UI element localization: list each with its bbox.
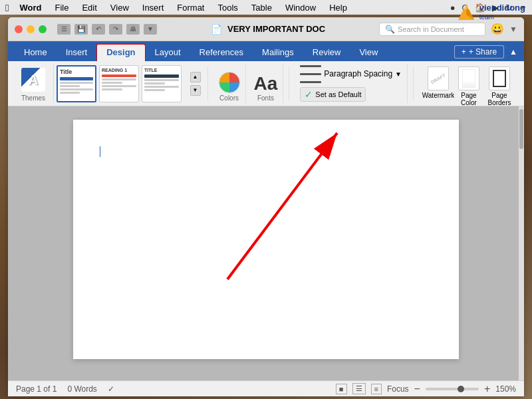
theme-thumb-2[interactable]: READING 1 xyxy=(99,65,139,102)
watermark-icon: DRAFT xyxy=(428,66,449,90)
page-borders-button[interactable]: Page Borders xyxy=(485,66,513,106)
word-count: 0 Words xyxy=(67,384,96,394)
menu-file[interactable]: File xyxy=(52,3,71,13)
themes-icon: A xyxy=(21,68,45,92)
check-icon: ✓ xyxy=(305,89,313,100)
logo-subtext: team xyxy=(479,13,525,21)
proofread-icon: ✓ xyxy=(108,384,114,394)
set-as-default-label: Set as Default xyxy=(315,90,361,98)
minimize-button[interactable] xyxy=(27,25,35,33)
theme-thumb-3[interactable]: TITLE xyxy=(142,65,182,102)
tab-design[interactable]: Design xyxy=(96,44,145,61)
page-color-icon xyxy=(458,66,479,90)
view-normal-icon[interactable]: ■ xyxy=(336,384,347,394)
fonts-button[interactable]: Aa xyxy=(254,74,278,93)
save-icon[interactable]: 💾 xyxy=(74,24,88,35)
fonts-group: Aa Fonts xyxy=(249,64,284,103)
user-icon: 😀 xyxy=(491,23,504,35)
search-placeholder: Search in Document xyxy=(398,25,464,33)
colors-icon xyxy=(219,72,240,93)
logo-text: viendidong xyxy=(479,3,525,13)
tab-layout[interactable]: Layout xyxy=(146,45,190,61)
para-spacing-group: Paragraph Spacing ▼ ✓ Set as Default xyxy=(295,64,408,103)
page-borders-label: Page Borders xyxy=(485,92,513,106)
traffic-lights xyxy=(15,25,47,33)
doc-title: VERY IMPORTANT DOC xyxy=(227,24,325,34)
tab-insert[interactable]: Insert xyxy=(57,45,97,61)
search-bar[interactable]: 🔍 Search in Document xyxy=(379,23,485,36)
page-color-button[interactable]: Page Color xyxy=(455,66,483,106)
view-list-icon[interactable]: ≡ xyxy=(371,384,382,394)
maximize-button[interactable] xyxy=(39,25,47,33)
customize-icon[interactable]: ▼ xyxy=(144,24,157,35)
themes-label: Themes xyxy=(21,94,45,102)
zoom-percent: 150% xyxy=(495,384,516,394)
fonts-label: Fonts xyxy=(257,94,274,102)
document-area[interactable] xyxy=(8,106,524,380)
watermark-button[interactable]: DRAFT Watermark xyxy=(424,66,452,99)
themes-button[interactable]: A xyxy=(19,66,48,93)
zoom-slider[interactable] xyxy=(426,388,479,390)
scrollbar[interactable] xyxy=(519,106,524,380)
sidebar-toggle-icon[interactable]: ☰ xyxy=(57,24,70,35)
redo-icon[interactable]: ↷ xyxy=(109,24,122,35)
colors-group: Colors xyxy=(213,64,246,103)
statusbar: Page 1 of 1 0 Words ✓ ■ ☰ ≡ Focus − + 15… xyxy=(8,380,524,396)
app-name[interactable]: Word xyxy=(17,3,44,13)
menu-window[interactable]: Window xyxy=(283,3,319,13)
menu-edit[interactable]: Edit xyxy=(79,3,99,13)
close-button[interactable] xyxy=(15,25,23,33)
theme-nav-up[interactable]: ▲ xyxy=(190,72,201,82)
print-icon[interactable]: 🖶 xyxy=(126,24,140,35)
titlebar-center: 📄 VERY IMPORTANT DOC xyxy=(162,24,374,35)
page-formatting-group: DRAFT Watermark Page Color Page Borders xyxy=(419,64,519,103)
tab-references[interactable]: References xyxy=(190,45,253,61)
theme-thumb-1[interactable]: Title xyxy=(57,65,96,102)
theme-nav-down[interactable]: ▼ xyxy=(190,85,201,96)
menu-help[interactable]: Help xyxy=(327,3,350,13)
focus-label[interactable]: Focus xyxy=(387,384,409,394)
text-cursor xyxy=(100,146,100,157)
document-page xyxy=(73,120,459,359)
menu-tools[interactable]: Tools xyxy=(215,3,240,13)
theme-thumbnails-group: Title READING 1 TITLE xyxy=(57,64,186,103)
set-as-default-button[interactable]: ✓ Set as Default xyxy=(300,87,366,102)
logo-badge-icon xyxy=(457,3,475,21)
share-icon: + xyxy=(462,47,466,57)
zoom-thumb xyxy=(458,386,464,392)
menu-format[interactable]: Format xyxy=(174,3,207,13)
viendidong-logo: viendidong team xyxy=(450,0,532,24)
page-info: Page 1 of 1 xyxy=(16,384,57,394)
watermark-label: Watermark xyxy=(422,92,455,99)
svg-marker-2 xyxy=(462,4,470,9)
share-button[interactable]: + + Share xyxy=(454,45,504,59)
tab-mailings[interactable]: Mailings xyxy=(253,45,303,61)
tab-home[interactable]: Home xyxy=(15,45,57,61)
undo-icon[interactable]: ↶ xyxy=(92,24,105,35)
share-label: + Share xyxy=(469,47,497,57)
colors-button[interactable] xyxy=(219,72,240,93)
tab-review[interactable]: Review xyxy=(303,45,350,61)
paragraph-spacing-icon xyxy=(300,63,321,84)
menu-view[interactable]: View xyxy=(108,3,132,13)
ribbon-content: A Themes Title READING 1 xyxy=(8,61,524,106)
paragraph-spacing-label: Paragraph Spacing xyxy=(324,69,392,78)
titlebar-right: 😀 ▼ xyxy=(491,23,517,35)
scrollbar-thumb[interactable] xyxy=(519,109,523,149)
view-outline-icon[interactable]: ☰ xyxy=(352,383,366,394)
tab-view[interactable]: View xyxy=(350,45,387,61)
menu-table[interactable]: Table xyxy=(249,3,275,13)
titlebar: ☰ 💾 ↶ ↷ 🖶 ▼ 📄 VERY IMPORTANT DOC 🔍 Searc… xyxy=(8,17,524,41)
titlebar-icons: ☰ 💾 ↶ ↷ 🖶 ▼ xyxy=(57,24,157,35)
colors-label: Colors xyxy=(219,94,239,102)
titlebar-chevron[interactable]: ▼ xyxy=(509,25,517,34)
zoom-minus[interactable]: − xyxy=(414,383,420,395)
ribbon-collapse-icon[interactable]: ▲ xyxy=(509,47,517,57)
menu-insert[interactable]: Insert xyxy=(140,3,167,13)
paragraph-spacing-button[interactable]: Paragraph Spacing ▼ xyxy=(300,63,402,84)
apple-icon[interactable]:  xyxy=(5,2,9,13)
doc-icon: 📄 xyxy=(211,24,222,35)
search-icon: 🔍 xyxy=(385,25,395,34)
zoom-plus[interactable]: + xyxy=(484,383,490,395)
themes-group: A Themes xyxy=(13,64,54,103)
